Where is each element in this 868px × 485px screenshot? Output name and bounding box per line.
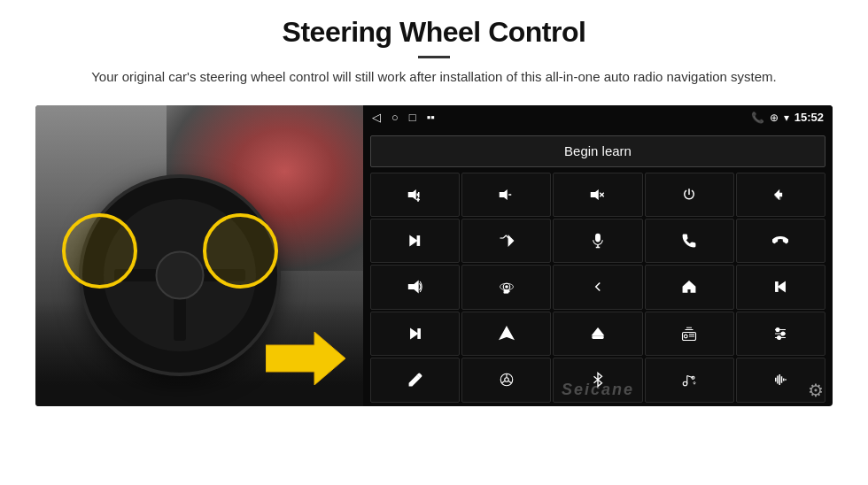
shuffle-next-button[interactable] [461, 219, 551, 263]
settings-gear-button[interactable]: ⚙ [808, 380, 824, 401]
svg-point-40 [778, 336, 781, 340]
bluetooth-button[interactable] [553, 358, 642, 402]
controls-grid: + [363, 171, 833, 406]
vol-down-icon [499, 187, 515, 203]
wifi-status-icon: ▾ [784, 112, 789, 124]
svg-marker-15 [508, 236, 513, 246]
bluetooth-icon [590, 372, 606, 388]
highlight-circle-right [203, 213, 278, 289]
status-bar: ◁ ○ □ ▪▪ 📞 ⊕ ▾ 15:52 [363, 105, 833, 130]
car-scene [35, 105, 363, 406]
back-nav-icon [590, 279, 606, 295]
svg-marker-29 [593, 328, 603, 335]
prev-chapter-button[interactable] [736, 265, 825, 309]
mic-icon [590, 233, 606, 249]
svg-point-36 [777, 328, 780, 332]
back-nav-button[interactable] [553, 265, 642, 309]
svg-marker-19 [408, 281, 418, 292]
svg-point-38 [782, 332, 786, 335]
steering-wheel-icon [499, 372, 515, 388]
end-call-button[interactable] [736, 219, 825, 263]
svg-line-44 [502, 381, 505, 383]
call-prev-icon: 📞 [772, 187, 788, 203]
navigate-button[interactable] [461, 312, 551, 356]
page-title: Steering Wheel Control [35, 16, 833, 49]
horn-button[interactable] [370, 265, 460, 309]
home-nav-button[interactable] [645, 265, 734, 309]
steering-wheel-button[interactable] [461, 358, 551, 402]
vol-up-icon: + [407, 187, 423, 203]
horn-icon [407, 279, 423, 295]
svg-marker-12 [410, 236, 417, 246]
eject-button[interactable] [553, 312, 642, 356]
answer-call-button[interactable] [645, 219, 734, 263]
svg-marker-25 [779, 282, 786, 292]
signal-icon: ▪▪ [427, 111, 435, 124]
next-chapter-button[interactable] [370, 312, 460, 356]
vol-down-button[interactable] [461, 173, 551, 217]
svg-point-32 [685, 335, 688, 338]
status-right: 📞 ⊕ ▾ 15:52 [751, 111, 824, 124]
location-status-icon: ⊕ [770, 112, 779, 124]
recents-nav-icon[interactable]: □ [409, 111, 416, 124]
svg-point-42 [505, 378, 509, 382]
svg-rect-16 [596, 235, 601, 242]
status-left: ◁ ○ □ ▪▪ [372, 111, 435, 124]
subtitle-text: Your original car's steering wheel contr… [89, 67, 779, 88]
car-image-panel [35, 105, 363, 406]
power-icon [681, 187, 697, 203]
svg-marker-27 [410, 329, 417, 339]
radio-button[interactable] [645, 312, 734, 356]
svg-point-21 [506, 286, 508, 288]
phone-status-icon: 📞 [751, 112, 764, 124]
next-chapter-icon [407, 326, 423, 342]
eject-icon [590, 326, 606, 342]
equalizer-settings-icon [772, 326, 788, 342]
navigate-icon [499, 326, 515, 342]
android-panel: ◁ ○ □ ▪▪ 📞 ⊕ ▾ 15:52 Begin learn [363, 105, 833, 406]
power-button[interactable] [645, 173, 734, 217]
content-area: ◁ ○ □ ▪▪ 📞 ⊕ ▾ 15:52 Begin learn [35, 105, 833, 406]
answer-call-icon [681, 233, 697, 249]
prev-chapter-icon [772, 279, 788, 295]
pen-button[interactable] [370, 358, 460, 402]
shuffle-next-icon [499, 233, 515, 249]
home-nav-icon[interactable]: ○ [391, 111, 399, 124]
mute-icon [590, 187, 606, 203]
svg-point-46 [683, 382, 687, 387]
wheel-center [155, 250, 204, 299]
call-prev-button[interactable]: 📞 [736, 173, 825, 217]
title-divider [418, 56, 450, 58]
mic-button[interactable] [553, 219, 642, 263]
mute-button[interactable] [553, 173, 642, 217]
end-call-icon [772, 233, 788, 249]
svg-marker-5 [500, 189, 508, 200]
vol-up-button[interactable]: + [370, 173, 460, 217]
music-settings-button[interactable] [645, 358, 734, 402]
music-settings-icon [681, 372, 697, 388]
svg-marker-28 [500, 327, 513, 339]
svg-text:+: + [416, 196, 419, 201]
pen-icon [407, 372, 423, 388]
arrow-container [266, 332, 345, 389]
back-nav-icon[interactable]: ◁ [372, 111, 381, 124]
radio-icon [681, 326, 697, 342]
waveform-icon [772, 372, 788, 388]
clock: 15:52 [794, 111, 824, 124]
page-wrapper: Steering Wheel Control Your original car… [0, 0, 868, 485]
svg-line-45 [508, 381, 511, 383]
svg-rect-13 [417, 236, 419, 246]
begin-learn-button[interactable]: Begin learn [370, 135, 825, 167]
next-track-button[interactable] [370, 219, 460, 263]
camera-360-icon: 360° [499, 279, 515, 295]
svg-text:360°: 360° [504, 290, 510, 294]
svg-marker-7 [591, 189, 599, 200]
android-panel-inner: ◁ ○ □ ▪▪ 📞 ⊕ ▾ 15:52 Begin learn [363, 105, 833, 406]
begin-learn-row: Begin learn [363, 130, 833, 171]
camera-360-button[interactable]: 360° [461, 265, 551, 309]
svg-marker-0 [266, 332, 345, 385]
svg-rect-30 [593, 336, 603, 338]
home-nav-icon [681, 279, 697, 295]
highlight-circle-left [62, 213, 137, 289]
equalizer-settings-button[interactable] [736, 312, 825, 356]
